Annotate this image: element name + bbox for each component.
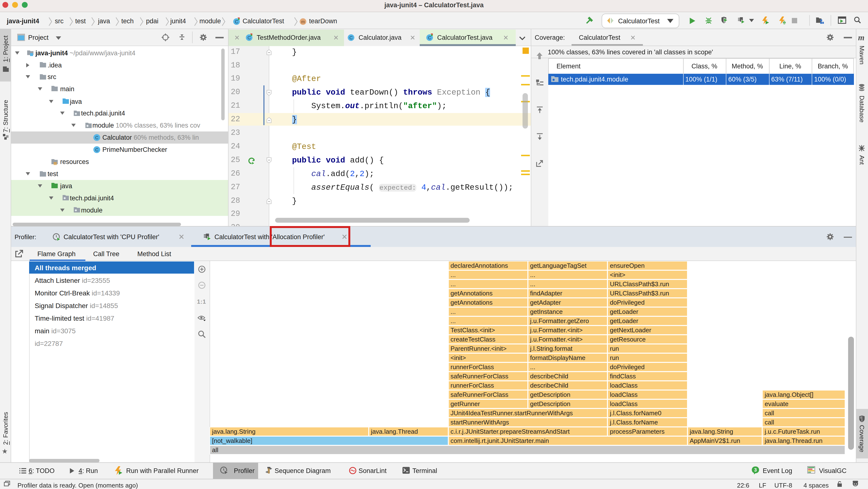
svg-text:C: C <box>235 19 238 24</box>
svg-text:3: 3 <box>754 467 757 472</box>
svg-text:m: m <box>301 19 305 24</box>
svg-text:C: C <box>349 35 353 40</box>
svg-text:C: C <box>95 147 98 152</box>
svg-text:C: C <box>247 35 251 40</box>
svg-text:C: C <box>428 35 431 40</box>
svg-text:C: C <box>95 135 98 140</box>
